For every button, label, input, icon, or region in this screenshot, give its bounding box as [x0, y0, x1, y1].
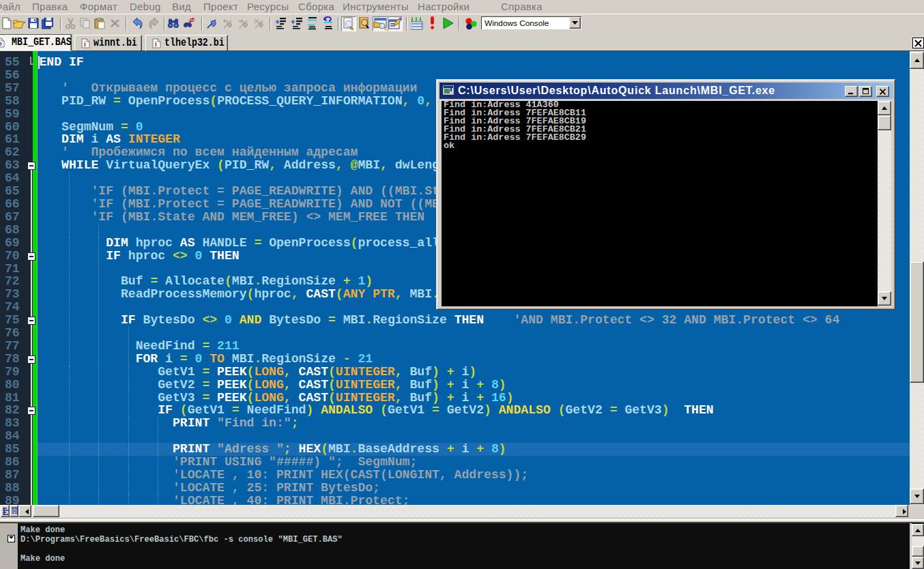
svg-text:i: i [84, 40, 86, 48]
svg-text:i: i [155, 40, 157, 48]
svg-text:b: b [0, 40, 2, 47]
